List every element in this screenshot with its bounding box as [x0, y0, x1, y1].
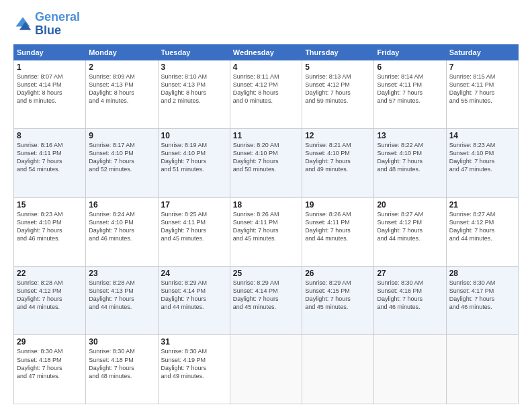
- day-header-tuesday: Tuesday: [158, 44, 230, 60]
- calendar-cell: 21Sunrise: 8:27 AM Sunset: 4:12 PM Dayli…: [446, 197, 518, 266]
- day-info: Sunrise: 8:29 AM Sunset: 4:14 PM Dayligh…: [233, 279, 299, 312]
- calendar-cell: 23Sunrise: 8:28 AM Sunset: 4:13 PM Dayli…: [86, 267, 158, 335]
- day-number: 9: [89, 131, 154, 140]
- day-info: Sunrise: 8:15 AM Sunset: 4:11 PM Dayligh…: [449, 73, 515, 105]
- day-number: 14: [449, 131, 515, 140]
- calendar-cell: 17Sunrise: 8:25 AM Sunset: 4:11 PM Dayli…: [158, 197, 230, 266]
- calendar-week-5: 29Sunrise: 8:30 AM Sunset: 4:18 PM Dayli…: [14, 335, 519, 404]
- day-info: Sunrise: 8:24 AM Sunset: 4:10 PM Dayligh…: [89, 210, 154, 243]
- day-info: Sunrise: 8:22 AM Sunset: 4:10 PM Dayligh…: [377, 141, 443, 174]
- day-header-saturday: Saturday: [446, 44, 518, 60]
- calendar-cell: 11Sunrise: 8:20 AM Sunset: 4:10 PM Dayli…: [230, 129, 302, 197]
- calendar-cell: 13Sunrise: 8:22 AM Sunset: 4:10 PM Dayli…: [374, 129, 446, 197]
- day-info: Sunrise: 8:17 AM Sunset: 4:10 PM Dayligh…: [89, 141, 154, 174]
- calendar-cell: [230, 335, 302, 404]
- day-number: 19: [305, 200, 371, 210]
- day-number: 16: [89, 200, 154, 210]
- day-number: 21: [449, 200, 515, 210]
- day-header-wednesday: Wednesday: [230, 44, 302, 60]
- day-info: Sunrise: 8:16 AM Sunset: 4:11 PM Dayligh…: [17, 141, 83, 174]
- day-header-thursday: Thursday: [302, 44, 374, 60]
- calendar-cell: 24Sunrise: 8:29 AM Sunset: 4:14 PM Dayli…: [158, 267, 230, 335]
- day-number: 22: [17, 269, 83, 278]
- day-number: 26: [305, 269, 371, 278]
- calendar-cell: 6Sunrise: 8:14 AM Sunset: 4:11 PM Daylig…: [374, 60, 446, 128]
- calendar-cell: 22Sunrise: 8:28 AM Sunset: 4:12 PM Dayli…: [14, 267, 86, 335]
- day-header-friday: Friday: [374, 44, 446, 60]
- day-info: Sunrise: 8:30 AM Sunset: 4:16 PM Dayligh…: [377, 279, 443, 312]
- logo: General Blue: [13, 11, 80, 38]
- day-number: 12: [305, 131, 371, 140]
- calendar-cell: 20Sunrise: 8:27 AM Sunset: 4:12 PM Dayli…: [374, 197, 446, 266]
- calendar-cell: [446, 335, 518, 404]
- calendar-cell: 4Sunrise: 8:11 AM Sunset: 4:12 PM Daylig…: [230, 60, 302, 128]
- day-info: Sunrise: 8:29 AM Sunset: 4:15 PM Dayligh…: [305, 279, 371, 312]
- calendar-cell: 25Sunrise: 8:29 AM Sunset: 4:14 PM Dayli…: [230, 267, 302, 335]
- day-info: Sunrise: 8:09 AM Sunset: 4:13 PM Dayligh…: [89, 73, 154, 105]
- day-number: 25: [233, 269, 299, 278]
- day-info: Sunrise: 8:13 AM Sunset: 4:12 PM Dayligh…: [305, 73, 371, 105]
- calendar-cell: [374, 335, 446, 404]
- calendar-week-3: 15Sunrise: 8:23 AM Sunset: 4:10 PM Dayli…: [14, 197, 519, 266]
- calendar-cell: 1Sunrise: 8:07 AM Sunset: 4:14 PM Daylig…: [14, 60, 86, 128]
- day-number: 17: [161, 200, 227, 210]
- day-info: Sunrise: 8:26 AM Sunset: 4:11 PM Dayligh…: [305, 210, 371, 243]
- day-header-monday: Monday: [86, 44, 158, 60]
- day-number: 31: [161, 337, 227, 347]
- calendar-cell: 19Sunrise: 8:26 AM Sunset: 4:11 PM Dayli…: [302, 197, 374, 266]
- day-info: Sunrise: 8:20 AM Sunset: 4:10 PM Dayligh…: [233, 141, 299, 174]
- day-number: 1: [17, 62, 83, 72]
- calendar-cell: 8Sunrise: 8:16 AM Sunset: 4:11 PM Daylig…: [14, 129, 86, 197]
- calendar-week-4: 22Sunrise: 8:28 AM Sunset: 4:12 PM Dayli…: [14, 267, 519, 335]
- calendar-week-1: 1Sunrise: 8:07 AM Sunset: 4:14 PM Daylig…: [14, 60, 519, 128]
- day-number: 20: [377, 200, 443, 210]
- day-info: Sunrise: 8:28 AM Sunset: 4:13 PM Dayligh…: [89, 279, 154, 312]
- calendar-cell: 10Sunrise: 8:19 AM Sunset: 4:10 PM Dayli…: [158, 129, 230, 197]
- day-number: 13: [377, 131, 443, 140]
- day-number: 29: [17, 337, 83, 347]
- calendar-cell: 2Sunrise: 8:09 AM Sunset: 4:13 PM Daylig…: [86, 60, 158, 128]
- calendar-cell: 5Sunrise: 8:13 AM Sunset: 4:12 PM Daylig…: [302, 60, 374, 128]
- calendar-header-row: SundayMondayTuesdayWednesdayThursdayFrid…: [14, 44, 519, 60]
- day-info: Sunrise: 8:11 AM Sunset: 4:12 PM Dayligh…: [233, 73, 299, 105]
- day-number: 28: [449, 269, 515, 278]
- day-info: Sunrise: 8:30 AM Sunset: 4:18 PM Dayligh…: [89, 347, 154, 380]
- day-info: Sunrise: 8:19 AM Sunset: 4:10 PM Dayligh…: [161, 141, 227, 174]
- day-info: Sunrise: 8:30 AM Sunset: 4:17 PM Dayligh…: [449, 279, 515, 312]
- day-number: 30: [89, 337, 154, 347]
- day-number: 2: [89, 62, 154, 72]
- day-info: Sunrise: 8:30 AM Sunset: 4:18 PM Dayligh…: [17, 347, 83, 380]
- day-info: Sunrise: 8:23 AM Sunset: 4:10 PM Dayligh…: [449, 141, 515, 174]
- calendar-table: SundayMondayTuesdayWednesdayThursdayFrid…: [13, 44, 519, 404]
- day-number: 3: [161, 62, 227, 72]
- day-info: Sunrise: 8:07 AM Sunset: 4:14 PM Dayligh…: [17, 73, 83, 105]
- calendar-cell: 9Sunrise: 8:17 AM Sunset: 4:10 PM Daylig…: [86, 129, 158, 197]
- day-info: Sunrise: 8:25 AM Sunset: 4:11 PM Dayligh…: [161, 210, 227, 243]
- day-number: 24: [161, 269, 227, 278]
- day-number: 5: [305, 62, 371, 72]
- day-info: Sunrise: 8:27 AM Sunset: 4:12 PM Dayligh…: [377, 210, 443, 243]
- day-info: Sunrise: 8:29 AM Sunset: 4:14 PM Dayligh…: [161, 279, 227, 312]
- day-number: 8: [17, 131, 83, 140]
- day-info: Sunrise: 8:23 AM Sunset: 4:10 PM Dayligh…: [17, 210, 83, 243]
- day-number: 7: [449, 62, 515, 72]
- logo-text: General Blue: [35, 11, 80, 38]
- day-number: 23: [89, 269, 154, 278]
- day-number: 27: [377, 269, 443, 278]
- calendar-cell: 7Sunrise: 8:15 AM Sunset: 4:11 PM Daylig…: [446, 60, 518, 128]
- day-info: Sunrise: 8:27 AM Sunset: 4:12 PM Dayligh…: [449, 210, 515, 243]
- calendar-week-2: 8Sunrise: 8:16 AM Sunset: 4:11 PM Daylig…: [14, 129, 519, 197]
- calendar-cell: 12Sunrise: 8:21 AM Sunset: 4:10 PM Dayli…: [302, 129, 374, 197]
- calendar-cell: 29Sunrise: 8:30 AM Sunset: 4:18 PM Dayli…: [14, 335, 86, 404]
- day-number: 11: [233, 131, 299, 140]
- day-info: Sunrise: 8:10 AM Sunset: 4:13 PM Dayligh…: [161, 73, 227, 105]
- calendar-cell: 18Sunrise: 8:26 AM Sunset: 4:11 PM Dayli…: [230, 197, 302, 266]
- calendar-cell: [302, 335, 374, 404]
- day-info: Sunrise: 8:28 AM Sunset: 4:12 PM Dayligh…: [17, 279, 83, 312]
- calendar-cell: 28Sunrise: 8:30 AM Sunset: 4:17 PM Dayli…: [446, 267, 518, 335]
- calendar-cell: 14Sunrise: 8:23 AM Sunset: 4:10 PM Dayli…: [446, 129, 518, 197]
- calendar-cell: 15Sunrise: 8:23 AM Sunset: 4:10 PM Dayli…: [14, 197, 86, 266]
- calendar-cell: 3Sunrise: 8:10 AM Sunset: 4:13 PM Daylig…: [158, 60, 230, 128]
- day-number: 6: [377, 62, 443, 72]
- header: General Blue: [13, 11, 519, 38]
